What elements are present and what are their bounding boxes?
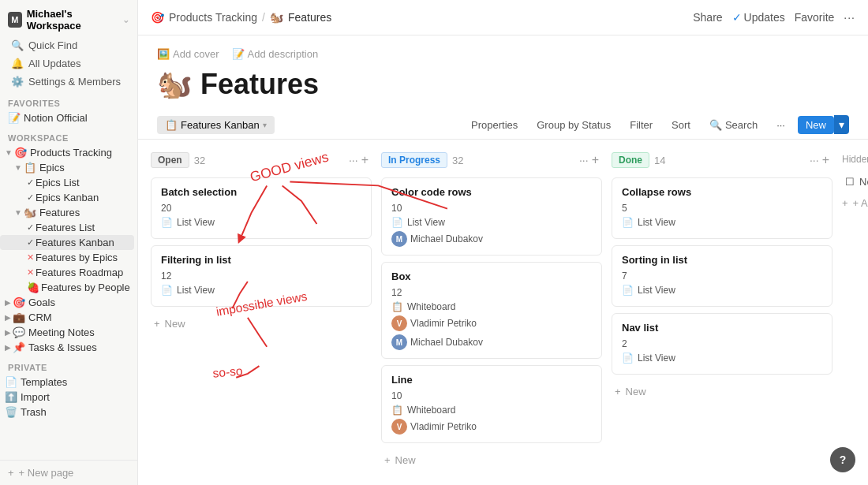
avatar-michael-2: M xyxy=(391,334,407,350)
card-line[interactable]: Line 10 📋 Whiteboard V Vladimir Petriko xyxy=(381,365,602,443)
group-by-label: Group by Status xyxy=(537,119,611,131)
filter-button[interactable]: Filter xyxy=(623,116,659,134)
properties-button[interactable]: Properties xyxy=(465,116,524,134)
sidebar-item-features-by-epics[interactable]: ✕ Features by Epics xyxy=(0,250,134,265)
sort-button[interactable]: Sort xyxy=(665,116,697,134)
check-icon-4: ✓ xyxy=(27,237,34,248)
sidebar-item-notion-official[interactable]: 📝 Notion Official xyxy=(0,110,134,125)
card-color-code-rows[interactable]: Color code rows 10 📄 List View M Michael… xyxy=(381,177,602,256)
no-status-item[interactable]: ☐ No Status 0 xyxy=(842,173,868,191)
breadcrumb-features[interactable]: Features xyxy=(288,11,331,24)
line-assignees: V Vladimir Petriko xyxy=(391,419,592,435)
import-label: Import xyxy=(21,391,50,403)
sidebar-item-features-roadmap[interactable]: ✕ Features Roadmap xyxy=(0,265,134,280)
new-button-chevron[interactable]: ▾ xyxy=(834,115,849,134)
inprogress-add-new-button[interactable]: + New xyxy=(381,450,602,471)
import-icon: ⬆️ xyxy=(5,391,17,403)
list-view-icon-2: 📄 xyxy=(161,285,173,296)
card-sorting-in-list[interactable]: Sorting in list 7 📄 List View xyxy=(612,245,832,307)
search-icon: 🔍 xyxy=(11,39,24,51)
notion-official-label: Notion Official xyxy=(24,112,88,124)
more-dots-icon: ··· xyxy=(776,119,785,131)
done-add-icon: + xyxy=(822,153,829,167)
sidebar-item-features-by-people[interactable]: 🍓 Features by People xyxy=(0,280,134,295)
sidebar-item-products-tracking[interactable]: ▼ 🎯 Products Tracking xyxy=(0,145,134,160)
new-button[interactable]: New xyxy=(798,116,834,134)
add-cover-label: Add cover xyxy=(173,48,219,60)
done-count: 14 xyxy=(654,155,665,166)
more-view-button[interactable]: ··· xyxy=(770,116,791,134)
sidebar-item-settings[interactable]: ⚙️ Settings & Members xyxy=(3,73,134,90)
sidebar-item-features-kanban[interactable]: ✓ Features Kanban xyxy=(0,235,134,250)
sidebar-item-features-list[interactable]: ✓ Features List xyxy=(0,220,134,235)
features-roadmap-label: Features Roadmap xyxy=(36,267,123,278)
sidebar-item-import[interactable]: ⬆️ Import xyxy=(0,390,134,405)
filtering-count: 12 xyxy=(161,270,361,282)
favorite-button[interactable]: Favorite xyxy=(795,11,835,24)
group-by-button[interactable]: Group by Status xyxy=(530,116,617,134)
col-done-actions[interactable]: ··· + xyxy=(810,153,829,167)
new-page-button[interactable]: + + New page xyxy=(0,460,137,485)
topbar-actions: Share ✓ Updates Favorite ··· xyxy=(693,11,855,24)
page-title-row: 🐿️ Features xyxy=(157,68,849,101)
page-emoji: 🐿️ xyxy=(157,68,193,101)
inprogress-count: 32 xyxy=(452,155,463,166)
tab-chevron: ▾ xyxy=(263,121,267,129)
sorting-tag: 📄 List View xyxy=(622,285,822,296)
card-batch-selection[interactable]: Batch selection 20 📄 List View xyxy=(151,177,372,239)
search-icon-view: 🔍 xyxy=(709,119,722,131)
check-icon-updates: ✓ xyxy=(732,11,742,24)
no-status-icon: ☐ xyxy=(845,176,855,188)
collapse-rows-tag: 📄 List View xyxy=(622,217,822,228)
goals-icon: 🎯 xyxy=(13,297,25,308)
sidebar-item-tasks-issues[interactable]: ▶ 📌 Tasks & Issues xyxy=(0,340,134,355)
sidebar-item-goals[interactable]: ▶ 🎯 Goals xyxy=(0,295,134,310)
sidebar-item-templates[interactable]: 📄 Templates xyxy=(0,375,134,390)
expand-icon-goals: ▶ xyxy=(5,298,11,307)
sidebar-item-trash[interactable]: 🗑️ Trash xyxy=(0,405,134,420)
sidebar-item-all-updates[interactable]: 🔔 All Updates xyxy=(3,55,134,72)
sidebar-item-epics-kanban[interactable]: ✓ Epics Kanban xyxy=(0,190,134,205)
vladimir-name-1: Vladimir Petriko xyxy=(410,318,477,329)
done-badge: Done xyxy=(612,152,649,168)
filtering-tag: 📄 List View xyxy=(161,285,361,296)
cross-icon-2: ✕ xyxy=(27,267,34,278)
share-button[interactable]: Share xyxy=(693,11,722,24)
sidebar-item-crm[interactable]: ▶ 💼 CRM xyxy=(0,310,134,325)
view-tabs: 📋 Features Kanban ▾ xyxy=(157,116,275,134)
sidebar-item-features[interactable]: ▼ 🐿️ Features xyxy=(0,205,134,220)
check-icon: ✓ xyxy=(27,177,34,188)
bell-icon: 🔔 xyxy=(11,58,24,69)
add-group-button[interactable]: + + Add a group xyxy=(842,197,868,209)
breadcrumb-products-tracking[interactable]: Products Tracking xyxy=(169,11,257,24)
add-description-button[interactable]: 📝 Add description xyxy=(232,48,319,60)
sorting-title: Sorting in list xyxy=(622,254,822,266)
col-open-actions[interactable]: ··· + xyxy=(349,153,369,167)
card-box[interactable]: Box 12 📋 Whiteboard V Vladimir Petriko M… xyxy=(381,262,602,359)
col-inprogress-actions[interactable]: ··· + xyxy=(579,153,599,167)
search-button[interactable]: 🔍 Search xyxy=(703,116,764,134)
features-list-label: Features List xyxy=(36,222,95,233)
card-filtering-in-list[interactable]: Filtering in list 12 📄 List View xyxy=(151,245,372,307)
open-add-new-button[interactable]: + New xyxy=(151,313,372,334)
card-nav-list[interactable]: Nav list 2 📄 List View xyxy=(612,313,832,375)
tab-features-kanban[interactable]: 📋 Features Kanban ▾ xyxy=(157,116,275,134)
col-open-left: Open 32 xyxy=(151,152,205,168)
sidebar-item-epics-list[interactable]: ✓ Epics List xyxy=(0,175,134,190)
add-cover-button[interactable]: 🖼️ Add cover xyxy=(157,48,219,60)
column-open-header: Open 32 ··· + xyxy=(151,149,372,171)
updates-button[interactable]: ✓ Updates xyxy=(732,11,785,24)
color-code-tag: 📄 List View xyxy=(391,217,592,228)
sidebar-item-epics[interactable]: ▼ 📋 Epics xyxy=(0,160,134,175)
done-add-new-button[interactable]: + New xyxy=(612,381,832,402)
kanban-board: Open 32 ··· + Batch selection 20 📄 List … xyxy=(138,140,868,480)
card-collapse-rows[interactable]: Collapse rows 5 📄 List View xyxy=(612,177,832,239)
trash-icon: 🗑️ xyxy=(5,406,17,418)
collapse-rows-count: 5 xyxy=(622,203,822,214)
sidebar-item-quick-find[interactable]: 🔍 Quick Find xyxy=(3,37,134,54)
workspace-header[interactable]: M Michael's Workspace ⌄ xyxy=(0,0,137,36)
more-options-button[interactable]: ··· xyxy=(844,11,855,24)
sidebar-item-meeting-notes[interactable]: ▶ 💬 Meeting Notes xyxy=(0,325,134,340)
expand-icon: ▼ xyxy=(5,148,13,157)
help-button[interactable]: ? xyxy=(830,447,855,472)
